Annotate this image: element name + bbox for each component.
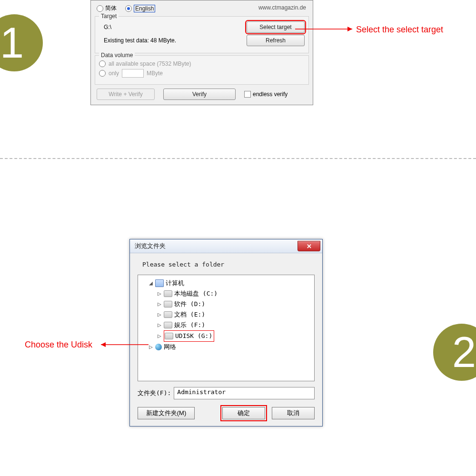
drive-icon <box>164 322 172 328</box>
tree-network[interactable]: ▷网络 <box>149 342 312 352</box>
lang-en-label: English <box>134 5 155 12</box>
folder-field-input[interactable]: Administrator <box>174 387 315 399</box>
dialog-titlebar: 浏览文件夹 ✕ <box>130 239 322 253</box>
dialog-title: 浏览文件夹 <box>135 242 166 250</box>
close-button[interactable]: ✕ <box>298 241 320 251</box>
section-divider <box>0 158 476 159</box>
ok-button[interactable]: 确定 <box>222 407 265 419</box>
tree-drive-e[interactable]: ▷文档 (E:) <box>157 309 312 320</box>
website-link[interactable]: www.ctmagazin.de <box>258 4 306 11</box>
only-input[interactable] <box>122 69 144 78</box>
allspace-label: all available space (7532 MByte) <box>109 60 191 67</box>
refresh-button[interactable]: Refresh <box>247 35 305 46</box>
tree-drive-udisk[interactable]: ▷UDISK (G:) <box>157 330 312 342</box>
drive-icon <box>165 333 173 339</box>
target-fieldset: Target G:\ Select target Existing test d… <box>95 16 309 53</box>
browse-folder-dialog: 浏览文件夹 ✕ Please select a folder ◢计算机 ▷本地磁… <box>129 239 323 426</box>
lang-cn-label: 简体 <box>105 4 117 12</box>
cancel-button[interactable]: 取消 <box>272 407 315 419</box>
close-icon: ✕ <box>307 243 312 250</box>
tree-computer[interactable]: ◢计算机 <box>149 278 312 288</box>
verify-button[interactable]: Verify <box>163 89 236 100</box>
lang-cn-radio[interactable] <box>97 5 103 12</box>
network-icon <box>155 344 162 350</box>
dialog-instruction: Please select a folder <box>142 261 315 268</box>
drive-icon <box>164 290 172 297</box>
annotation-choose-udisk: Choose the Udisk <box>25 340 92 350</box>
lang-en-radio[interactable] <box>125 5 132 12</box>
select-target-button[interactable]: Select target <box>247 21 305 33</box>
drive-icon <box>164 301 172 307</box>
step-1-badge: 1 <box>0 14 43 71</box>
annotation-select-target: Select the select target <box>356 25 443 35</box>
endless-verify-checkbox[interactable] <box>244 91 251 98</box>
h2testw-panel: www.ctmagazin.de 简体 English Target G:\ S… <box>90 0 313 105</box>
only-unit: MByte <box>147 70 163 77</box>
target-fieldset-label: Target <box>99 13 119 20</box>
computer-icon <box>155 279 164 287</box>
target-path: G:\ <box>99 24 111 30</box>
allspace-radio[interactable] <box>99 60 106 67</box>
drive-icon <box>164 311 172 318</box>
write-verify-button[interactable]: Write + Verify <box>97 89 155 100</box>
tree-drive-f[interactable]: ▷娱乐 (F:) <box>157 320 312 330</box>
new-folder-button[interactable]: 新建文件夹(M) <box>138 407 195 419</box>
folder-field-label: 文件夹(F): <box>138 389 171 397</box>
svg-marker-1 <box>347 27 352 31</box>
tree-drive-d[interactable]: ▷软件 (D:) <box>157 299 312 309</box>
folder-tree[interactable]: ◢计算机 ▷本地磁盘 (C:) ▷软件 (D:) ▷文档 (E:) ▷娱乐 (F… <box>138 275 315 381</box>
only-radio[interactable] <box>99 70 106 77</box>
tree-drive-c[interactable]: ▷本地磁盘 (C:) <box>157 288 312 299</box>
endless-verify-label: endless verify <box>253 91 288 98</box>
existing-data-text: Existing test data: 48 MByte. <box>99 37 176 44</box>
only-label: only <box>109 70 119 77</box>
datavolume-fieldset: Data volume all available space (7532 MB… <box>95 55 309 85</box>
step-2-badge: 2 <box>433 324 476 381</box>
svg-marker-3 <box>101 342 106 347</box>
datavolume-fieldset-label: Data volume <box>99 52 135 59</box>
